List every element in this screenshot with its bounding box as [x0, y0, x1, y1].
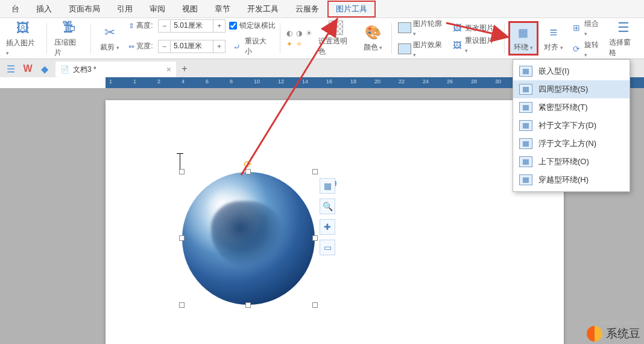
crop-button[interactable]: ✚ [320, 219, 335, 235]
pane-icon: ☰ [615, 19, 632, 36]
effect-icon[interactable]: ✧ [296, 40, 302, 48]
resize-handle-tl[interactable] [179, 169, 185, 174]
width-label: 宽度: [136, 41, 158, 51]
height-decrease[interactable]: − [159, 20, 171, 32]
watermark-logo-icon [587, 326, 602, 342]
wps-icon[interactable]: W [19, 60, 36, 77]
wrap-icon [519, 84, 532, 95]
doc-title: 文档3 * [73, 65, 96, 75]
align-button[interactable]: ≡ 对齐 [538, 23, 569, 54]
home-icon[interactable]: ☰ [2, 60, 19, 77]
wrap-dropdown-menu: 嵌入型(I) 四周型环绕(S) 紧密型环绕(T) 衬于文字下方(D) 浮于文字上… [513, 59, 630, 192]
group-icon: ⊞ [571, 22, 582, 33]
effect-icon [398, 43, 411, 54]
wrap-option-topbottom[interactable]: 上下型环绕(O) [513, 153, 630, 171]
height-field[interactable] [171, 20, 213, 32]
compress-image-button[interactable]: 🗜 压缩图片 [51, 18, 87, 59]
resize-handle-ml[interactable] [179, 235, 185, 241]
menu-item-picture-tools[interactable]: 图片工具 [327, 1, 376, 18]
menu-item[interactable]: 视图 [174, 1, 206, 18]
transparent-icon [329, 21, 343, 35]
new-tab-button[interactable]: + [176, 60, 193, 77]
more-button[interactable]: ▭ [320, 240, 335, 255]
wrap-button[interactable]: ▦ 环绕 [508, 21, 538, 56]
crop-button[interactable]: ✂ 裁剪 [95, 23, 125, 54]
resize-handle-br[interactable] [312, 302, 318, 308]
contrast-icon[interactable]: ◑ [296, 29, 302, 37]
wrap-option-through[interactable]: 穿越型环绕(H) [513, 171, 630, 189]
watermark-url: xtdptc.com [600, 319, 638, 326]
pic-effect-button[interactable]: 图片效果 [396, 39, 449, 60]
height-input[interactable]: − + [158, 19, 226, 33]
width-icon: ⇔ [128, 42, 134, 51]
brightness-icon[interactable]: ◐ [286, 29, 292, 37]
selection-pane-button[interactable]: ☰ 选择窗格 [605, 18, 642, 59]
height-label: 高度: [136, 21, 158, 31]
menu-item[interactable]: 审阅 [141, 1, 174, 18]
height-increase[interactable]: + [213, 20, 225, 32]
menu-item[interactable]: 引用 [109, 1, 141, 18]
crop-icon: ✂ [101, 24, 118, 41]
pic-outline-button[interactable]: 图片轮廓 [396, 18, 449, 39]
width-decrease[interactable]: − [159, 40, 171, 53]
resize-handle-tr[interactable] [312, 169, 318, 174]
resize-handle-tm[interactable] [245, 169, 251, 174]
width-field[interactable] [171, 40, 213, 53]
wrap-option-square[interactable]: 四周型环绕(S) [513, 80, 630, 98]
menu-item[interactable]: 插入 [28, 1, 60, 18]
change-pic-button[interactable]: 🖼 更改图片 [449, 21, 500, 34]
effect-icon[interactable]: ✦ [286, 40, 292, 48]
width-increase[interactable]: + [213, 40, 225, 53]
layout-option-button[interactable]: ▦ [320, 178, 335, 194]
adjust-icon[interactable]: ☀ [306, 29, 312, 37]
menu-item[interactable]: 章节 [206, 1, 239, 18]
wrap-icon [519, 120, 532, 131]
image-icon: 🖼 [14, 20, 31, 37]
globe-image[interactable] [182, 172, 315, 305]
color-icon: 🎨 [364, 24, 381, 41]
wrap-icon [519, 66, 532, 77]
wrap-icon [519, 102, 532, 113]
menu-item[interactable]: 云服务 [287, 1, 327, 18]
height-icon: ⇕ [128, 22, 134, 30]
reset-icon: ⤾ [232, 41, 242, 52]
menu-item[interactable]: 台 [3, 1, 28, 18]
rotate-icon: ⟳ [571, 43, 582, 54]
align-icon: ≡ [545, 24, 562, 41]
compress-icon: 🗜 [60, 19, 77, 36]
wrap-option-inline[interactable]: 嵌入型(I) [513, 62, 630, 80]
wrap-option-behind[interactable]: 衬于文字下方(D) [513, 116, 630, 135]
wrap-icon [519, 156, 532, 167]
outline-icon [398, 22, 411, 33]
close-tab-button[interactable]: × [166, 65, 171, 74]
resize-handle-bl[interactable] [179, 302, 185, 308]
caret [180, 154, 180, 170]
reset-pic-icon: 🖼 [452, 40, 462, 51]
rotate-button[interactable]: ⟳ 旋转 [569, 39, 605, 60]
image-float-toolbar: ▦ 🔍 ✚ ▭ [320, 178, 335, 255]
menu-item[interactable]: 页面布局 [60, 1, 109, 18]
menu-bar: 台 插入 页面布局 引用 审阅 视图 章节 开发工具 云服务 图片工具 [0, 0, 644, 18]
color-button[interactable]: 🎨 颜色 [358, 23, 388, 54]
watermark: 系统豆 [587, 326, 640, 342]
resize-handle-mr[interactable] [312, 235, 318, 241]
reset-pic-button[interactable]: 🖼 重设图片 [449, 34, 500, 56]
group-button[interactable]: ⊞ 组合 [569, 18, 605, 39]
menu-item[interactable]: 开发工具 [239, 1, 287, 18]
wrap-icon [519, 138, 532, 149]
wrap-icon: ▦ [515, 24, 532, 41]
set-transparent-button[interactable]: 设置透明色 [315, 19, 358, 58]
star-icon[interactable]: ◆ [36, 60, 53, 77]
document-tab[interactable]: 📄 文档3 * × [55, 62, 176, 77]
insert-image-button[interactable]: 🖼 插入图片 [2, 19, 43, 58]
reset-size-button[interactable]: ⤾ 重设大小 [229, 35, 276, 58]
lock-aspect-checkbox[interactable]: 锁定纵横比 [229, 21, 276, 31]
ribbon-toolbar: 🖼 插入图片 🗜 压缩图片 ✂ 裁剪 ⇕ 高度: − + [0, 18, 644, 59]
wrap-option-front[interactable]: 浮于文字上方(N) [513, 135, 630, 153]
wrap-option-tight[interactable]: 紧密型环绕(T) [513, 98, 630, 116]
resize-handle-bm[interactable] [245, 302, 251, 308]
zoom-button[interactable]: 🔍 [320, 199, 335, 214]
wrap-icon [519, 174, 532, 185]
selected-image[interactable]: ⟳ [182, 172, 315, 305]
width-input[interactable]: − + [158, 40, 226, 53]
